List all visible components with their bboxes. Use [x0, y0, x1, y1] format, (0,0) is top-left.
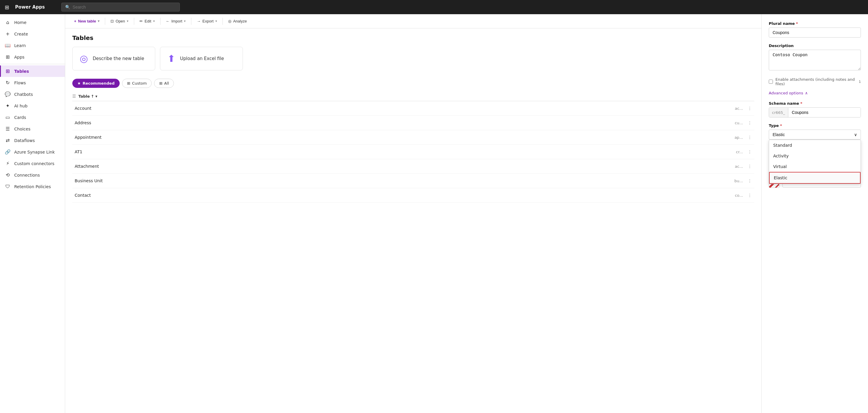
table-row-more-button[interactable]: ⋮: [745, 163, 754, 170]
tables-rows-container: Account ac... ⋮ Address cu... ⋮ Appointm…: [72, 101, 754, 203]
sidebar-item-tables[interactable]: ⊞ Tables: [0, 65, 65, 77]
table-row-code: bu...: [727, 179, 745, 183]
table-row-code: ac...: [727, 106, 745, 111]
table-row-name: Account: [72, 106, 727, 111]
search-input[interactable]: [72, 5, 176, 9]
sidebar-item-create[interactable]: + Create: [0, 28, 65, 40]
table-row[interactable]: Account ac... ⋮: [72, 101, 754, 116]
sidebar-item-aihub[interactable]: ✦ AI hub: [0, 100, 65, 111]
upload-excel-card[interactable]: ⬆ Upload an Excel file: [160, 47, 243, 70]
table-row-code: ap...: [727, 135, 745, 140]
sidebar-label-choices: Choices: [14, 127, 31, 131]
export-button[interactable]: → Export ▾: [194, 17, 220, 25]
sidebar-item-dataflows[interactable]: ⇄ Dataflows: [0, 135, 65, 146]
table-list-header: ☰ Table ↑ ▾: [72, 92, 754, 101]
enable-attachments-row: Enable attachments (including notes and …: [769, 77, 861, 86]
sidebar-item-flows[interactable]: ↻ Flows: [0, 77, 65, 89]
learn-icon: 📖: [5, 43, 11, 48]
table-row[interactable]: Contact co... ⋮: [72, 188, 754, 203]
toolbar-sep-4: [191, 18, 191, 25]
open-button[interactable]: ⊡ Open ▾: [107, 17, 131, 25]
plural-name-input[interactable]: [769, 28, 861, 38]
table-row-more-button[interactable]: ⋮: [745, 134, 754, 141]
type-option-standard[interactable]: Standard: [769, 140, 861, 150]
open-chevron: ▾: [127, 19, 129, 23]
import-button[interactable]: ← Import ▾: [163, 17, 189, 25]
description-textarea[interactable]: Contoso Coupon: [769, 50, 861, 70]
export-chevron: ▾: [215, 19, 217, 23]
table-row[interactable]: Address cu... ⋮: [72, 116, 754, 130]
list-icon: ☰: [72, 94, 76, 99]
table-col-sort[interactable]: Table ↑ ▾: [79, 94, 97, 99]
sidebar-item-azuresynapse[interactable]: 🔗 Azure Synapse Link: [0, 146, 65, 158]
edit-button[interactable]: ✏ Edit ▾: [136, 17, 158, 25]
filter-tabs: ★ Recommended ⊞ Custom ⊞ All: [65, 76, 761, 92]
sidebar-item-retentionpolicies[interactable]: 🛡 Retention Policies: [0, 181, 65, 192]
search-bar[interactable]: 🔍: [61, 3, 180, 11]
table-row-name: AT1: [72, 149, 727, 154]
table-row-more-button[interactable]: ⋮: [745, 119, 754, 126]
type-select-container: Elastic ∨ Standard Activity Virtual Elas…: [769, 130, 861, 140]
advanced-options-toggle[interactable]: Advanced options ∧: [769, 91, 861, 95]
sidebar-label-tables: Tables: [14, 69, 29, 74]
sidebar-item-learn[interactable]: 📖 Learn: [0, 40, 65, 51]
advanced-options-label: Advanced options: [769, 91, 803, 95]
enable-attachments-checkbox[interactable]: [769, 79, 773, 84]
table-row-more-button[interactable]: ⋮: [745, 148, 754, 155]
tab-recommended[interactable]: ★ Recommended: [72, 79, 120, 88]
type-select-button[interactable]: Elastic ∨: [769, 130, 861, 140]
sidebar-item-apps[interactable]: ⊞ Apps: [0, 51, 65, 63]
sidebar-item-connections[interactable]: ⟲ Connections: [0, 169, 65, 181]
sidebar-item-chatbots[interactable]: 💬 Chatbots: [0, 89, 65, 100]
toolbar-sep-1: [105, 18, 105, 25]
chevron-up-icon: ∧: [805, 91, 808, 95]
table-row[interactable]: Appointment ap... ⋮: [72, 130, 754, 145]
toolbar-sep-5: [222, 18, 223, 25]
aihub-icon: ✦: [5, 103, 11, 109]
schema-name-row: cr665_: [769, 107, 861, 117]
table-row[interactable]: AT1 cr... ⋮: [72, 145, 754, 159]
custom-label: Custom: [132, 81, 147, 85]
azuresynapse-icon: 🔗: [5, 149, 11, 155]
tab-custom[interactable]: ⊞ Custom: [122, 79, 152, 88]
schema-name-required: *: [800, 101, 802, 106]
sidebar-item-home[interactable]: ⌂ Home: [0, 16, 65, 28]
sidebar-item-choices[interactable]: ☰ Choices: [0, 123, 65, 135]
sidebar-item-customconnectors[interactable]: ⚡ Custom connectors: [0, 158, 65, 169]
home-icon: ⌂: [5, 20, 11, 25]
type-option-activity[interactable]: Activity: [769, 150, 861, 161]
type-option-virtual[interactable]: Virtual: [769, 161, 861, 172]
table-row-more-button[interactable]: ⋮: [745, 192, 754, 199]
describe-table-label: Describe the new table: [93, 56, 144, 61]
table-row[interactable]: Attachment ac... ⋮: [72, 159, 754, 174]
table-row-more-button[interactable]: ⋮: [745, 177, 754, 184]
chatbots-icon: 💬: [5, 92, 11, 97]
export-icon: →: [197, 19, 200, 23]
table-row-more-button[interactable]: ⋮: [745, 105, 754, 112]
dataflows-icon: ⇄: [5, 138, 11, 143]
analyze-button[interactable]: ◎ Analyze: [225, 17, 250, 25]
edit-label: Edit: [145, 19, 151, 23]
sidebar-label-azuresynapse: Azure Synapse Link: [14, 150, 55, 154]
export-label: Export: [202, 19, 214, 23]
sidebar-label-retentionpolicies: Retention Policies: [14, 184, 51, 189]
app-layout: ⌂ Home + Create 📖 Learn ⊞ Apps ⊞ Tables …: [0, 14, 868, 413]
type-selected-label: Elastic: [773, 132, 785, 137]
schema-name-input[interactable]: [788, 108, 861, 117]
tab-all[interactable]: ⊞ All: [154, 79, 174, 88]
sidebar-item-cards[interactable]: ▭ Cards: [0, 111, 65, 123]
sidebar-label-create: Create: [14, 32, 28, 36]
sidebar-label-apps: Apps: [14, 55, 25, 60]
custom-icon: ⊞: [127, 81, 130, 85]
schema-prefix: cr665_: [769, 108, 788, 117]
describe-table-card[interactable]: ◎ Describe the new table: [72, 47, 155, 70]
waffle-icon[interactable]: ⊞: [4, 3, 10, 11]
type-option-elastic[interactable]: Elastic: [769, 172, 861, 184]
sidebar-label-home: Home: [14, 20, 26, 25]
new-table-chevron: ▾: [98, 19, 99, 23]
analyze-icon: ◎: [228, 19, 231, 23]
table-row[interactable]: Business Unit bu... ⋮: [72, 174, 754, 188]
import-label: Import: [172, 19, 183, 23]
new-table-button[interactable]: + New table ▾: [71, 17, 102, 25]
toolbar-sep-3: [160, 18, 161, 25]
